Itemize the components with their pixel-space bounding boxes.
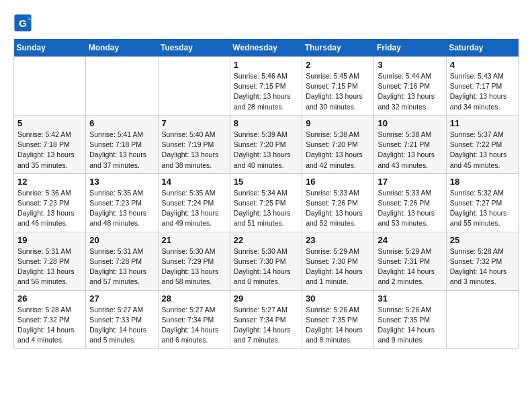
calendar-cell: 26Sunrise: 5:28 AMSunset: 7:32 PMDayligh… bbox=[14, 290, 86, 349]
day-info: Sunrise: 5:30 AMSunset: 7:30 PMDaylight:… bbox=[234, 246, 298, 287]
day-number: 2 bbox=[306, 60, 370, 70]
day-number: 3 bbox=[378, 60, 442, 70]
day-info: Sunrise: 5:44 AMSunset: 7:16 PMDaylight:… bbox=[378, 71, 442, 112]
calendar-cell: 12Sunrise: 5:36 AMSunset: 7:23 PMDayligh… bbox=[14, 173, 86, 232]
calendar-cell: 9Sunrise: 5:38 AMSunset: 7:20 PMDaylight… bbox=[302, 115, 374, 173]
day-number: 8 bbox=[234, 118, 298, 128]
calendar-cell: 5Sunrise: 5:42 AMSunset: 7:18 PMDaylight… bbox=[14, 115, 86, 173]
day-number: 27 bbox=[89, 293, 154, 304]
day-number: 24 bbox=[378, 235, 442, 245]
day-number: 18 bbox=[450, 177, 515, 187]
calendar-cell: 4Sunrise: 5:43 AMSunset: 7:17 PMDaylight… bbox=[446, 57, 518, 116]
calendar-cell: 31Sunrise: 5:26 AMSunset: 7:35 PMDayligh… bbox=[374, 290, 446, 349]
day-number: 20 bbox=[89, 235, 154, 245]
calendar-header-thursday: Thursday bbox=[302, 39, 374, 57]
day-number: 5 bbox=[17, 118, 82, 128]
calendar-cell: 7Sunrise: 5:40 AMSunset: 7:19 PMDaylight… bbox=[158, 115, 230, 173]
calendar-cell: 16Sunrise: 5:33 AMSunset: 7:26 PMDayligh… bbox=[302, 173, 374, 232]
day-number: 1 bbox=[234, 60, 298, 70]
day-number: 23 bbox=[306, 235, 370, 245]
day-number: 10 bbox=[378, 118, 442, 128]
day-info: Sunrise: 5:29 AMSunset: 7:30 PMDaylight:… bbox=[306, 246, 370, 287]
calendar-week-row: 12Sunrise: 5:36 AMSunset: 7:23 PMDayligh… bbox=[14, 173, 519, 232]
day-number: 29 bbox=[234, 293, 298, 304]
calendar-cell bbox=[158, 57, 230, 116]
calendar-cell: 25Sunrise: 5:28 AMSunset: 7:32 PMDayligh… bbox=[446, 232, 518, 290]
calendar-cell: 14Sunrise: 5:35 AMSunset: 7:24 PMDayligh… bbox=[158, 173, 230, 232]
calendar-week-row: 26Sunrise: 5:28 AMSunset: 7:32 PMDayligh… bbox=[14, 290, 519, 349]
calendar-cell: 18Sunrise: 5:32 AMSunset: 7:27 PMDayligh… bbox=[446, 173, 518, 232]
day-info: Sunrise: 5:30 AMSunset: 7:29 PMDaylight:… bbox=[162, 246, 226, 287]
day-info: Sunrise: 5:42 AMSunset: 7:18 PMDaylight:… bbox=[17, 130, 82, 171]
svg-text:G: G bbox=[19, 17, 27, 29]
day-number: 30 bbox=[306, 293, 370, 304]
day-info: Sunrise: 5:46 AMSunset: 7:15 PMDaylight:… bbox=[234, 71, 298, 112]
calendar-cell: 3Sunrise: 5:44 AMSunset: 7:16 PMDaylight… bbox=[374, 57, 446, 116]
calendar-cell: 1Sunrise: 5:46 AMSunset: 7:15 PMDaylight… bbox=[230, 57, 302, 116]
calendar-cell: 28Sunrise: 5:27 AMSunset: 7:34 PMDayligh… bbox=[158, 290, 230, 349]
day-info: Sunrise: 5:45 AMSunset: 7:15 PMDaylight:… bbox=[306, 71, 370, 112]
day-info: Sunrise: 5:39 AMSunset: 7:20 PMDaylight:… bbox=[234, 130, 298, 171]
day-number: 19 bbox=[17, 235, 82, 245]
calendar-cell: 15Sunrise: 5:34 AMSunset: 7:25 PMDayligh… bbox=[230, 173, 302, 232]
calendar-week-row: 5Sunrise: 5:42 AMSunset: 7:18 PMDaylight… bbox=[14, 115, 519, 173]
day-info: Sunrise: 5:33 AMSunset: 7:26 PMDaylight:… bbox=[378, 188, 442, 229]
day-number: 22 bbox=[234, 235, 298, 245]
day-number: 14 bbox=[162, 177, 226, 187]
day-info: Sunrise: 5:28 AMSunset: 7:32 PMDaylight:… bbox=[450, 246, 515, 287]
day-number: 28 bbox=[162, 293, 226, 304]
calendar-cell: 6Sunrise: 5:41 AMSunset: 7:18 PMDaylight… bbox=[86, 115, 158, 173]
page-header: G bbox=[13, 13, 519, 32]
calendar-week-row: 19Sunrise: 5:31 AMSunset: 7:28 PMDayligh… bbox=[14, 232, 519, 290]
day-info: Sunrise: 5:34 AMSunset: 7:25 PMDaylight:… bbox=[234, 188, 298, 229]
calendar-cell: 8Sunrise: 5:39 AMSunset: 7:20 PMDaylight… bbox=[230, 115, 302, 173]
day-info: Sunrise: 5:29 AMSunset: 7:31 PMDaylight:… bbox=[378, 246, 442, 287]
day-number: 7 bbox=[162, 118, 226, 128]
day-info: Sunrise: 5:43 AMSunset: 7:17 PMDaylight:… bbox=[450, 71, 515, 112]
calendar-cell: 19Sunrise: 5:31 AMSunset: 7:28 PMDayligh… bbox=[14, 232, 86, 290]
calendar-cell: 21Sunrise: 5:30 AMSunset: 7:29 PMDayligh… bbox=[158, 232, 230, 290]
calendar-cell: 13Sunrise: 5:35 AMSunset: 7:23 PMDayligh… bbox=[86, 173, 158, 232]
calendar-week-row: 1Sunrise: 5:46 AMSunset: 7:15 PMDaylight… bbox=[14, 57, 519, 116]
calendar-cell: 17Sunrise: 5:33 AMSunset: 7:26 PMDayligh… bbox=[374, 173, 446, 232]
day-info: Sunrise: 5:31 AMSunset: 7:28 PMDaylight:… bbox=[89, 246, 154, 287]
calendar-cell: 10Sunrise: 5:38 AMSunset: 7:21 PMDayligh… bbox=[374, 115, 446, 173]
day-info: Sunrise: 5:33 AMSunset: 7:26 PMDaylight:… bbox=[306, 188, 370, 229]
calendar-header-monday: Monday bbox=[86, 39, 158, 57]
day-info: Sunrise: 5:38 AMSunset: 7:20 PMDaylight:… bbox=[306, 130, 370, 171]
day-number: 17 bbox=[378, 177, 442, 187]
calendar-table: SundayMondayTuesdayWednesdayThursdayFrid… bbox=[13, 39, 519, 349]
day-info: Sunrise: 5:36 AMSunset: 7:23 PMDaylight:… bbox=[17, 188, 82, 229]
day-number: 12 bbox=[17, 177, 82, 187]
day-info: Sunrise: 5:41 AMSunset: 7:18 PMDaylight:… bbox=[89, 130, 154, 171]
day-info: Sunrise: 5:35 AMSunset: 7:23 PMDaylight:… bbox=[89, 188, 154, 229]
calendar-cell bbox=[446, 290, 518, 349]
calendar-header-friday: Friday bbox=[374, 39, 446, 57]
calendar-cell bbox=[14, 57, 86, 116]
day-number: 11 bbox=[450, 118, 515, 128]
day-info: Sunrise: 5:37 AMSunset: 7:22 PMDaylight:… bbox=[450, 130, 515, 171]
day-info: Sunrise: 5:35 AMSunset: 7:24 PMDaylight:… bbox=[162, 188, 226, 229]
day-number: 25 bbox=[450, 235, 515, 245]
day-number: 9 bbox=[306, 118, 370, 128]
calendar-cell: 29Sunrise: 5:27 AMSunset: 7:34 PMDayligh… bbox=[230, 290, 302, 349]
calendar-cell: 24Sunrise: 5:29 AMSunset: 7:31 PMDayligh… bbox=[374, 232, 446, 290]
day-number: 31 bbox=[378, 293, 442, 304]
calendar-cell: 11Sunrise: 5:37 AMSunset: 7:22 PMDayligh… bbox=[446, 115, 518, 173]
day-info: Sunrise: 5:31 AMSunset: 7:28 PMDaylight:… bbox=[17, 246, 82, 287]
calendar-header-saturday: Saturday bbox=[446, 39, 518, 57]
calendar-header-tuesday: Tuesday bbox=[158, 39, 230, 57]
logo-icon: G bbox=[13, 13, 32, 32]
day-info: Sunrise: 5:26 AMSunset: 7:35 PMDaylight:… bbox=[378, 305, 442, 346]
day-info: Sunrise: 5:27 AMSunset: 7:33 PMDaylight:… bbox=[89, 305, 154, 346]
day-number: 6 bbox=[89, 118, 154, 128]
day-number: 21 bbox=[162, 235, 226, 245]
day-info: Sunrise: 5:38 AMSunset: 7:21 PMDaylight:… bbox=[378, 130, 442, 171]
day-number: 15 bbox=[234, 177, 298, 187]
day-info: Sunrise: 5:27 AMSunset: 7:34 PMDaylight:… bbox=[162, 305, 226, 346]
calendar-cell: 27Sunrise: 5:27 AMSunset: 7:33 PMDayligh… bbox=[86, 290, 158, 349]
day-number: 26 bbox=[17, 293, 82, 304]
day-number: 16 bbox=[306, 177, 370, 187]
calendar-header-wednesday: Wednesday bbox=[230, 39, 302, 57]
calendar-header-row: SundayMondayTuesdayWednesdayThursdayFrid… bbox=[14, 39, 519, 57]
